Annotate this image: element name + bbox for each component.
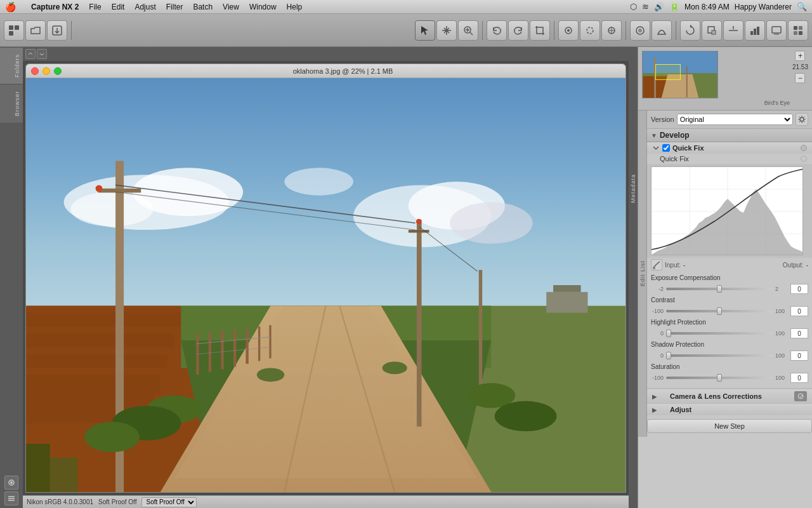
menu-file[interactable]: File [84,3,106,11]
minimize-button[interactable] [43,67,50,75]
left-settings-btn[interactable] [4,476,18,490]
menu-filter[interactable]: Filter [161,3,188,11]
svg-rect-24 [774,34,779,35]
menu-batch[interactable]: Batch [188,3,218,11]
tool-straighten[interactable] [723,20,743,41]
tool-pan[interactable] [436,20,457,41]
tool-grid[interactable] [788,20,808,41]
saturation-value[interactable]: 0 [790,373,808,383]
version-select[interactable]: Original Version 1 [677,114,793,125]
camera-arrow-icon: ▶ [652,393,657,400]
tool-rotate-cw[interactable] [680,20,700,41]
highlight-thumb[interactable] [666,330,671,337]
menu-view[interactable]: View [218,3,244,11]
maximize-button[interactable] [54,67,62,75]
contrast-track[interactable] [666,310,773,312]
close-button[interactable] [31,67,39,75]
tool-undo[interactable] [487,20,507,41]
zoom-out-btn[interactable]: − [795,73,805,83]
svg-rect-80 [553,285,580,292]
tool-brush2[interactable] [580,20,600,41]
highlight-value[interactable]: 0 [790,328,808,338]
menu-app-name[interactable]: Capture NX 2 [26,3,84,11]
develop-section-header[interactable]: ▼ Develop [647,129,812,142]
zoom-controls: + 21.53 − [792,51,808,83]
contrast-thumb[interactable] [717,307,722,315]
exposure-track[interactable] [666,288,773,290]
svg-marker-45 [26,333,174,347]
output-label: Output: [783,262,804,269]
color-profile: Nikon sRGB 4.0.0.3001 [27,498,93,505]
birds-eye-viewport[interactable] [655,64,681,80]
shadow-slider-row: 0 100 0 [651,351,808,361]
svg-point-62 [416,219,422,225]
svg-point-9 [567,29,570,32]
camera-tool-btn[interactable] [794,391,807,401]
shadow-max: 100 [775,352,788,359]
svg-rect-2 [9,31,13,36]
menu-help[interactable]: Help [282,3,308,11]
svg-rect-67 [221,331,223,370]
quick-fix-indicator [801,156,807,162]
curve-tool-btn[interactable] [651,259,662,271]
exposure-thumb[interactable] [717,285,722,293]
zoom-in-btn[interactable]: + [795,51,805,61]
edit-list-tab[interactable]: Edit List [638,110,647,437]
toolbar-sep-1 [71,21,72,40]
new-step-button[interactable]: New Step [647,419,812,433]
scroll-down-btn[interactable] [37,49,47,59]
camera-corrections-section[interactable]: ▶ Camera & Lens Corrections [647,389,812,403]
shadow-thumb[interactable] [666,352,671,359]
image-content[interactable] [26,78,625,492]
saturation-track[interactable] [666,377,773,379]
saturation-thumb[interactable] [717,374,722,382]
search-icon[interactable]: 🔍 [797,2,807,11]
folders-tab[interactable]: Folders [0,47,23,84]
curve-controls: Input: - Output: - [647,258,812,272]
tool-levels[interactable] [745,20,765,41]
tool-brush1[interactable] [558,20,579,41]
tool-zoom[interactable] [458,20,478,41]
birds-eye-thumbnail[interactable] [642,51,718,98]
shadow-value[interactable]: 0 [790,351,808,361]
histogram-canvas[interactable] [651,166,803,255]
svg-point-40 [450,203,532,244]
quick-fix-arrow-icon [652,144,660,152]
input-label: Input: [665,262,681,269]
proof-select[interactable]: Soft Proof Off Soft Proof On [141,497,197,507]
contrast-value[interactable]: 0 [790,306,808,316]
highlight-track[interactable] [666,332,773,335]
svg-marker-99 [652,189,803,255]
version-gear-btn[interactable] [796,113,808,126]
svg-rect-56 [98,189,141,193]
menu-window[interactable]: Window [244,3,282,11]
image-titlebar: oklahoma 3.jpg @ 22% | 2.1 MB [26,64,625,78]
tool-mask2[interactable] [652,20,672,41]
shadow-min: 0 [651,352,664,359]
shadow-track[interactable] [666,354,773,357]
left-settings-btn2[interactable] [4,491,18,505]
exposure-value[interactable]: 0 [790,284,808,294]
develop-arrow: ▼ [651,132,657,139]
menu-edit[interactable]: Edit [107,3,130,11]
menu-adjust[interactable]: Adjust [129,3,160,11]
adjust-section[interactable]: ▶ Adjust [647,403,812,415]
input-value: - [683,262,685,269]
metadata-label[interactable]: Metadata [630,174,636,203]
tool-brush3[interactable] [601,20,622,41]
scroll-up-btn[interactable] [25,49,36,59]
quick-fix-checkbox[interactable] [662,144,670,152]
tool-resize[interactable] [702,20,722,41]
tool-select[interactable] [415,20,435,41]
quick-fix-header[interactable]: Quick Fix [647,142,812,154]
toolbar-export-btn[interactable] [47,20,67,41]
tool-crop[interactable] [530,20,550,41]
browser-tab[interactable]: Browser [0,84,23,123]
tool-redo[interactable] [508,20,528,41]
toolbar-open-btn[interactable] [25,20,46,41]
toolbar-nav-btn[interactable] [4,20,24,41]
develop-title: Develop [660,131,690,140]
tool-mask1[interactable] [630,20,650,41]
apple-menu[interactable]: 🍎 [5,2,16,12]
tool-display[interactable] [766,20,787,41]
